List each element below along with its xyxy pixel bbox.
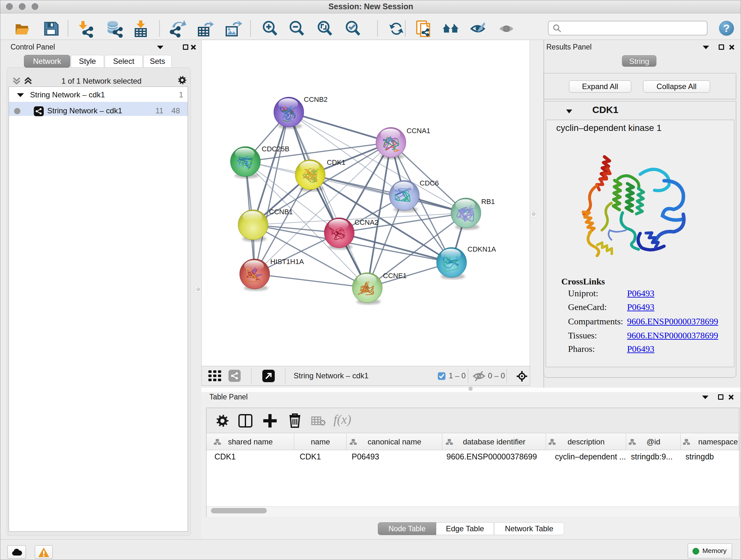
svg-text:CDC25B: CDC25B xyxy=(262,145,289,153)
svg-text:CCNB2: CCNB2 xyxy=(304,96,328,104)
svg-text:CCNA2: CCNA2 xyxy=(354,219,379,226)
svg-text:CDK1: CDK1 xyxy=(327,159,346,166)
svg-text:CCNA1: CCNA1 xyxy=(407,127,430,135)
svg-text:CCNE1: CCNE1 xyxy=(383,272,407,280)
svg-text:CDKN1A: CDKN1A xyxy=(468,245,496,253)
svg-text:CDC6: CDC6 xyxy=(420,179,439,187)
svg-text:RB1: RB1 xyxy=(481,198,495,206)
svg-text:CCNB1: CCNB1 xyxy=(269,208,293,216)
svg-text:HIST1H1A: HIST1H1A xyxy=(270,258,304,266)
